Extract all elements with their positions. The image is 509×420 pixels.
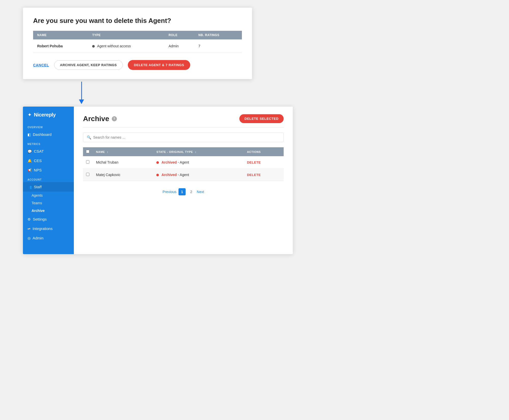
search-input[interactable] (93, 135, 280, 139)
section-account-label: ACCOUNT (23, 175, 74, 182)
dashboard-label: Dashboard (33, 132, 51, 137)
sidebar-item-ces[interactable]: 🔔 CES (23, 156, 74, 165)
integrations-label: Integrations (33, 226, 52, 231)
archive-table: NAME ↕ STATE - ORIGINAL TYPE ↕ ACTIONS M… (83, 147, 284, 181)
col-select-all[interactable] (83, 147, 92, 156)
archived-dot-icon (156, 161, 159, 164)
settings-icon: ⚙ (27, 217, 31, 221)
modal-title: Are you sure you want to delete this Age… (33, 17, 242, 25)
admin-label: Admin (33, 236, 44, 240)
agent-name: Robert Pohuba (33, 39, 88, 53)
staff-label: Staff (34, 185, 42, 189)
ces-label: CES (34, 158, 42, 163)
arrow-head-icon (79, 99, 84, 104)
sidebar-logo[interactable]: ✦ Nicereply (23, 107, 74, 122)
delete-confirmation-modal: Are you sure you want to delete this Age… (23, 8, 252, 79)
prev-page-link[interactable]: Previous (162, 190, 176, 194)
row-state-type: Archived - Agent (153, 169, 243, 181)
delete-agent-ratings-button[interactable]: DELETE AGENT & 7 RATINGS (128, 60, 190, 70)
row-name: Matej Capkovic (92, 169, 153, 181)
ces-icon: 🔔 (27, 159, 32, 163)
staff-icon: 👥 (27, 185, 32, 189)
modal-actions: CANCEL ARCHIVE AGENT, KEEP RATINGS DELET… (33, 60, 242, 70)
sort-state-icon[interactable]: ↕ (195, 150, 196, 153)
nps-icon: 📢 (27, 168, 32, 172)
original-type: - Agent (178, 173, 189, 177)
sidebar-item-agents[interactable]: Agents (23, 192, 74, 199)
integrations-icon: ⇌ (27, 227, 31, 231)
archived-state: Archived (161, 160, 177, 164)
modal-agent-table: NAME TYPE ROLE NB. RATINGS Robert Pohuba… (33, 31, 242, 53)
row-state-type: Archived - Agent (153, 156, 243, 169)
nps-label: NPS (34, 168, 42, 172)
delete-row-link[interactable]: DELETE (247, 161, 261, 164)
archive-keep-ratings-button[interactable]: ARCHIVE AGENT, KEEP RATINGS (54, 60, 123, 70)
sidebar-item-teams[interactable]: Teams (23, 199, 74, 207)
agents-label: Agents (32, 193, 43, 197)
sidebar-item-integrations[interactable]: ⇌ Integrations (23, 224, 74, 233)
page-title-row: Archive ? (83, 115, 117, 123)
archive-label: Archive (32, 209, 45, 213)
help-icon[interactable]: ? (112, 116, 117, 121)
admin-icon: ◎ (27, 236, 31, 240)
cancel-button[interactable]: CANCEL (33, 63, 49, 67)
sidebar-item-settings[interactable]: ⚙ Settings (23, 214, 74, 224)
row-name: Michal Truban (92, 156, 153, 169)
agent-type: Agent without access (88, 39, 164, 53)
col-actions-header: ACTIONS (243, 147, 284, 156)
sidebar-item-dashboard[interactable]: ◧ Dashboard (23, 130, 74, 139)
col-name-header: NAME ↕ (92, 147, 153, 156)
row-checkbox-cell[interactable] (83, 156, 92, 169)
agent-row: Robert Pohuba Agent without access Admin… (33, 39, 242, 53)
search-bar: 🔍 (83, 133, 284, 142)
arrow-shaft (81, 82, 82, 99)
page-title: Archive (83, 115, 109, 123)
sidebar-item-archive[interactable]: Archive (23, 207, 74, 214)
row-checkbox[interactable] (86, 173, 89, 176)
type-dot-icon (92, 45, 95, 48)
agent-role: Admin (164, 39, 194, 53)
csat-label: CSAT (34, 149, 44, 153)
col-name: NAME (33, 31, 88, 39)
section-metrics-label: METRICS (23, 139, 74, 147)
page-2[interactable]: 2 (188, 188, 195, 195)
page-header: Archive ? DELETE SELECTED (83, 114, 284, 127)
sidebar: ✦ Nicereply OVERVIEW ◧ Dashboard METRICS… (23, 107, 74, 254)
col-role: ROLE (164, 31, 194, 39)
next-page-link[interactable]: Next (197, 190, 204, 194)
sidebar-item-admin[interactable]: ◎ Admin (23, 233, 74, 243)
row-actions: DELETE (243, 156, 284, 169)
sidebar-item-csat[interactable]: 💬 CSAT (23, 147, 74, 156)
agent-ratings: 7 (194, 39, 242, 53)
archived-dot-icon (156, 174, 159, 176)
pagination: Previous 1 2 Next (83, 188, 284, 195)
section-overview-label: OVERVIEW (23, 122, 74, 130)
logo-icon: ✦ (27, 112, 32, 118)
teams-label: Teams (32, 201, 42, 205)
main-content: Archive ? DELETE SELECTED 🔍 NAME ↕ (74, 107, 293, 254)
csat-icon: 💬 (27, 149, 32, 153)
sidebar-item-staff[interactable]: 👥 Staff (23, 182, 74, 192)
row-checkbox-cell[interactable] (83, 169, 92, 181)
delete-row-link[interactable]: DELETE (247, 173, 261, 177)
dashboard-icon: ◧ (27, 133, 31, 137)
col-state-type-header: STATE - ORIGINAL TYPE ↕ (153, 147, 243, 156)
row-actions: DELETE (243, 169, 284, 181)
logo-text: Nicereply (34, 112, 56, 118)
app-wrapper: ✦ Nicereply OVERVIEW ◧ Dashboard METRICS… (23, 107, 293, 254)
search-icon: 🔍 (87, 135, 91, 139)
sidebar-item-nps[interactable]: 📢 NPS (23, 165, 74, 175)
table-row: Michal Truban Archived - Agent DELETE (83, 156, 284, 169)
settings-label: Settings (33, 217, 47, 221)
sort-icon[interactable]: ↕ (107, 150, 108, 153)
flow-arrow (8, 82, 501, 104)
page-1[interactable]: 1 (178, 188, 186, 195)
table-row: Matej Capkovic Archived - Agent DELETE (83, 169, 284, 181)
col-ratings: NB. RATINGS (194, 31, 242, 39)
original-type: - Agent (178, 160, 189, 164)
col-type: TYPE (88, 31, 164, 39)
delete-selected-button[interactable]: DELETE SELECTED (239, 114, 284, 123)
archived-state: Archived (161, 173, 177, 177)
row-checkbox[interactable] (86, 160, 89, 164)
select-all-checkbox[interactable] (86, 150, 89, 153)
